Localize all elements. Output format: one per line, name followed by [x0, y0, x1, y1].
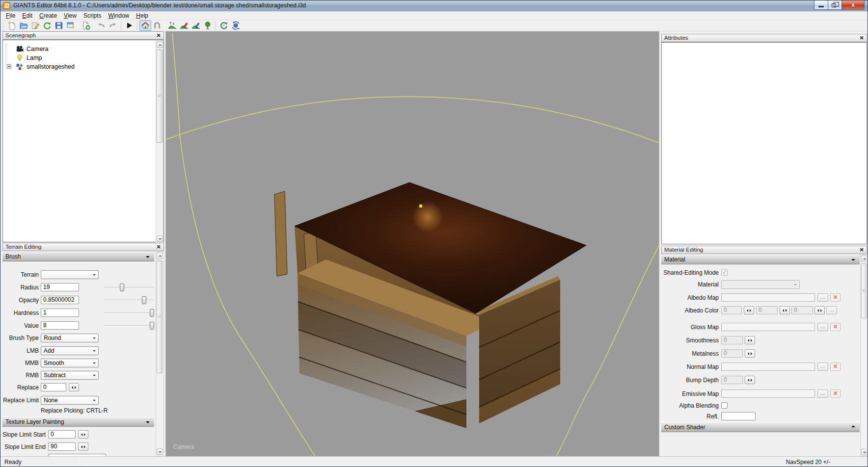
smoothness-input[interactable]: 0 [721, 336, 743, 344]
toolbar-play-button[interactable] [123, 20, 135, 31]
toolbar-edit-button[interactable] [29, 20, 41, 31]
slider-thumb[interactable] [150, 309, 154, 317]
albedo-color-g-input[interactable]: 0 [756, 306, 778, 314]
toolbar-redo-button[interactable] [107, 20, 119, 31]
radius-slider[interactable] [104, 284, 154, 291]
scenegraph-close-icon[interactable]: ✕ [155, 32, 162, 39]
albedo-color-g-stepper[interactable] [780, 306, 790, 314]
attributes-panel-header[interactable]: Attributes ✕ [661, 34, 867, 42]
gloss-map-input[interactable] [721, 323, 815, 331]
toolbar-new-window-button[interactable] [65, 20, 77, 31]
material-panel-scrollbar[interactable] [860, 255, 868, 456]
toolbar-reload-shaders-button[interactable] [218, 20, 230, 31]
albedo-map-clear-button[interactable]: ✕ [830, 293, 841, 302]
gloss-map-browse-button[interactable]: ... [817, 323, 828, 331]
albedo-map-input[interactable] [721, 293, 815, 302]
scroll-down-button[interactable] [157, 448, 163, 455]
custom-shader-section-header[interactable]: Custom Shader [661, 422, 860, 432]
menu-create[interactable]: Create [36, 12, 60, 20]
material-editing-panel-header[interactable]: Material Editing ✕ [661, 246, 867, 254]
gloss-map-clear-button[interactable]: ✕ [830, 323, 841, 331]
terrain-editing-panel-header[interactable]: Terrain Editing ✕ [2, 243, 164, 251]
material-section-header[interactable]: Material [661, 255, 860, 264]
refl-input[interactable] [721, 412, 756, 420]
normal-map-browse-button[interactable]: ... [817, 363, 828, 371]
slider-thumb[interactable] [142, 296, 146, 304]
toolbar-open-button[interactable] [18, 20, 29, 31]
toolbar-foliage-button[interactable] [202, 20, 214, 31]
toolbar-reload-scripts-button[interactable] [230, 20, 242, 31]
minimize-button[interactable] [814, 0, 828, 10]
albedo-color-r-input[interactable]: 0 [721, 306, 742, 314]
scroll-up-button[interactable] [861, 256, 867, 262]
hardness-input[interactable]: 1 [41, 309, 79, 317]
scroll-down-button[interactable] [157, 235, 163, 242]
material-dropdown[interactable] [721, 280, 800, 289]
terrain-dropdown[interactable] [41, 270, 99, 279]
metalness-stepper[interactable] [745, 349, 755, 358]
texture-layer-painting-section-header[interactable]: Texture Layer Painting [2, 417, 154, 427]
slope-limit-start-stepper[interactable] [78, 430, 88, 439]
normal-map-clear-button[interactable]: ✕ [830, 363, 841, 371]
menu-window[interactable]: Window [105, 12, 133, 20]
slope-limit-end-stepper[interactable] [78, 442, 88, 451]
terrain-editing-close-icon[interactable]: ✕ [155, 244, 162, 250]
menu-view[interactable]: View [60, 12, 80, 20]
menu-file[interactable]: File [2, 12, 19, 20]
albedo-color-r-stepper[interactable] [744, 306, 754, 314]
restore-button[interactable] [828, 0, 842, 10]
value-slider[interactable] [104, 322, 154, 329]
scroll-thumb[interactable] [861, 263, 867, 318]
slope-limit-start-input[interactable]: 0 [48, 430, 76, 439]
metalness-input[interactable]: 0 [721, 349, 743, 358]
albedo-color-b-input[interactable]: 0 [791, 306, 813, 314]
toolbar-terrain-paint-button[interactable] [178, 20, 190, 31]
lmb-dropdown[interactable]: Add [41, 346, 99, 355]
scroll-up-button[interactable] [157, 42, 163, 48]
material-editing-close-icon[interactable]: ✕ [858, 247, 865, 253]
toolbar-reload-button[interactable] [41, 20, 53, 31]
alpha-blending-checkbox[interactable] [721, 402, 728, 409]
normal-map-input[interactable] [721, 363, 815, 371]
toolbar-save-button[interactable] [53, 20, 65, 31]
menu-help[interactable]: Help [133, 12, 152, 20]
toolbar-import-button[interactable] [80, 20, 92, 31]
toolbar-new-button[interactable] [6, 20, 18, 31]
mmb-dropdown[interactable]: Smooth [41, 359, 99, 367]
toolbar-undo-button[interactable] [95, 20, 107, 31]
expand-plus-icon[interactable] [7, 64, 11, 69]
toolbar-camera-home-button[interactable] [139, 20, 151, 31]
scenegraph-panel-header[interactable]: Scenegraph ✕ [2, 31, 164, 40]
scroll-down-button[interactable] [861, 449, 867, 455]
scroll-thumb[interactable] [157, 260, 163, 373]
emissive-map-input[interactable] [721, 389, 815, 398]
smoothness-stepper[interactable] [745, 336, 755, 344]
toolbar-terrain-detail-button[interactable] [190, 20, 202, 31]
replace-stepper[interactable] [69, 383, 79, 391]
emissive-map-browse-button[interactable]: ... [817, 389, 828, 398]
radius-input[interactable]: 19 [41, 283, 79, 291]
value-input[interactable]: 8 [41, 321, 79, 330]
bump-depth-stepper[interactable] [745, 376, 755, 384]
rmb-dropdown[interactable]: Subtract [41, 371, 99, 380]
brush-section-header[interactable]: Brush [2, 252, 154, 261]
attributes-close-icon[interactable]: ✕ [858, 35, 865, 41]
emissive-map-clear-button[interactable]: ✕ [830, 389, 841, 398]
menu-edit[interactable]: Edit [19, 12, 36, 20]
opacity-slider[interactable] [104, 297, 154, 304]
albedo-map-browse-button[interactable]: ... [817, 293, 828, 302]
albedo-color-b-stepper[interactable] [814, 306, 825, 314]
scroll-up-button[interactable] [157, 253, 163, 259]
replace-input[interactable]: 0 [41, 383, 66, 391]
opacity-input[interactable]: 0.85000002 [41, 296, 79, 304]
hardness-slider[interactable] [104, 310, 154, 316]
scenegraph-tree[interactable]: Camera Lamp smallstorageshed [2, 40, 164, 242]
scenegraph-scrollbar[interactable] [156, 41, 163, 242]
toolbar-snap-button[interactable] [151, 20, 163, 31]
viewport-3d[interactable]: Camera [166, 31, 659, 456]
shared-editing-mode-checkbox[interactable] [721, 269, 728, 276]
slider-thumb[interactable] [120, 284, 124, 291]
scroll-thumb[interactable] [157, 50, 163, 143]
close-button[interactable]: x [842, 0, 865, 10]
slider-thumb[interactable] [150, 322, 154, 330]
